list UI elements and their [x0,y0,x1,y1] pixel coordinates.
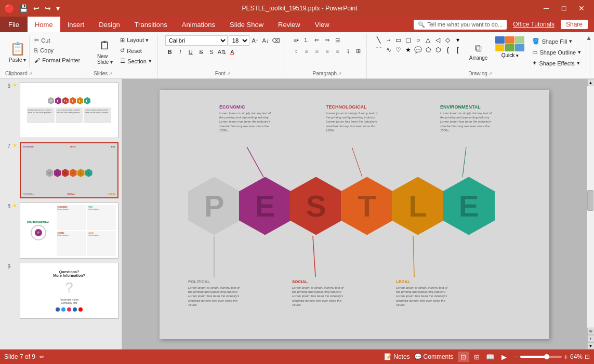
clipboard-expand-icon[interactable]: ↗ [29,71,33,76]
decrease-font-button[interactable]: A↓ [261,36,270,45]
tab-insert[interactable]: Insert [60,17,92,32]
shape-hexagon[interactable]: ⬡ [433,45,443,55]
notes-button[interactable]: 📝 Notes [384,353,410,360]
scroll-thumb[interactable] [587,190,593,211]
tab-review[interactable]: Review [271,17,308,32]
copy-button[interactable]: ⎘ Copy [32,46,83,55]
scroll-down-button[interactable]: ▼ [587,342,595,349]
new-slide-button[interactable]: 🗒 NewSlide ▾ [94,35,116,69]
bullets-button[interactable]: ≡• [292,35,301,45]
tab-home[interactable]: Home [28,17,60,32]
shape-star[interactable]: ★ [404,45,413,55]
undo-button[interactable]: ↩ [32,3,41,14]
shape-rect[interactable]: ▭ [394,35,403,45]
scroll-up-button[interactable]: ▲ [587,79,595,86]
paragraph-expand-icon[interactable]: ↗ [338,71,342,76]
font-name-selector[interactable]: Calibri [165,35,228,46]
shape-fill-button[interactable]: 🪣 Shape Fill ▾ [529,36,585,46]
shape-bracket[interactable]: [ [453,45,463,55]
decrease-indent-button[interactable]: ⇐ [312,35,322,45]
numbering-button[interactable]: 1. [302,35,311,45]
arrange-button[interactable]: ⧉ Arrange [466,35,492,69]
font-expand-icon[interactable]: ↗ [227,71,231,76]
file-menu[interactable]: File [0,17,28,32]
font-color-button[interactable]: A [228,47,237,57]
shape-more[interactable]: ▾ [453,35,463,45]
save-button[interactable]: 💾 [18,3,30,14]
format-painter-button[interactable]: 🖌 Format Painter [32,56,83,65]
shape-heart[interactable]: ♡ [394,45,403,55]
bold-button[interactable]: B [165,47,175,57]
convert-to-smart-art-button[interactable]: ⊞ [354,46,363,56]
close-button[interactable]: ✕ [573,0,590,17]
tab-slideshow[interactable]: Slide Show [222,17,271,32]
reading-view-button[interactable]: 📖 [485,352,496,362]
tab-animations[interactable]: Animations [175,17,222,32]
underline-button[interactable]: U [186,47,195,57]
shape-pentagon[interactable]: ⬠ [424,45,433,55]
shape-freeform[interactable]: ∿ [384,45,393,55]
layout-button[interactable]: ⊞ Layout ▾ [117,35,154,45]
columns-button[interactable]: ⊟ [333,35,342,45]
drawing-expand-icon[interactable]: ↗ [489,71,493,76]
cut-button[interactable]: ✂ Cut [32,35,83,45]
align-right-button[interactable]: ≡ [323,46,332,56]
scroll-track[interactable] [587,86,594,328]
shape-diamond[interactable]: ◇ [443,35,453,45]
zoom-slider[interactable] [520,356,562,358]
share-button[interactable]: Share [561,20,588,29]
shape-outline-button[interactable]: ▭ Shape Outline ▾ [529,47,585,57]
font-size-selector[interactable]: 18 [229,35,249,46]
tab-transitions[interactable]: Transitions [127,17,175,32]
fit-slide-button[interactable]: ⊡ [585,353,590,360]
zoom-in-button[interactable]: + [564,353,568,361]
slides-expand-icon[interactable]: ↗ [109,71,113,76]
tab-view[interactable]: View [308,17,337,32]
align-left-button[interactable]: ≡ [302,46,311,56]
office-tutorials-link[interactable]: Office Tutorials [513,21,555,28]
ribbon-collapse-button[interactable]: ▲ [586,34,592,42]
slide-sorter-button[interactable]: ⊞ [471,352,483,362]
shadow-button[interactable]: S [207,47,216,57]
slide-thumb-6[interactable]: 6 ★ P E S T L E Lorem ipsum text content… [2,81,120,139]
minimize-button[interactable]: ─ [538,0,555,17]
normal-view-button[interactable]: ⊡ [458,352,469,362]
increase-indent-button[interactable]: ⇒ [323,35,332,45]
text-direction-button[interactable]: ⤵ [344,46,353,56]
strikethrough-button[interactable]: S [196,47,206,57]
justify-button[interactable]: ≡ [333,46,342,56]
reset-button[interactable]: ↺ Reset [117,46,154,56]
customize-button[interactable]: ▾ [55,3,61,14]
slideshow-button[interactable]: ▶ [498,352,510,362]
maximize-button[interactable]: □ [556,0,572,17]
zoom-fit-button[interactable]: ⊞ [587,328,595,335]
slide-thumb-8[interactable]: 8 ★ ENVIRONMENTAL P ECONOMICLorem ipsum.… [2,201,120,260]
tab-design[interactable]: Design [91,17,127,32]
slide-thumb-7[interactable]: 7 ★ P E S T L E [2,141,120,199]
zoom-in-small-button[interactable]: + [587,335,595,342]
shape-line[interactable]: ╲ [374,35,384,45]
redo-button[interactable]: ↪ [43,3,52,14]
align-center-button[interactable]: ≡ [312,46,322,56]
comments-button[interactable]: 💬 Comments [414,353,454,360]
shape-rtriangle[interactable]: ◁ [433,35,443,45]
shape-arrow[interactable]: → [384,35,393,45]
shape-effects-button[interactable]: ✦ Shape Effects ▾ [529,58,585,68]
shape-rounded-rect[interactable]: ▢ [404,35,413,45]
shape-callout[interactable]: 💬 [414,45,423,55]
shape-oval[interactable]: ○ [414,35,423,45]
clear-format-button[interactable]: ⌫ [271,36,281,45]
zoom-out-button[interactable]: − [514,353,518,361]
line-spacing-button[interactable]: ↕ [292,46,301,56]
shape-brace[interactable]: { [443,45,453,55]
slide-canvas[interactable]: ECONOMIC Lorem Ipsum is simply dummy tex… [160,90,549,339]
character-spacing-button[interactable]: A⇅ [217,47,227,57]
slide-thumb-9[interactable]: 9 Questions?More Information? ? Presente… [2,262,120,320]
shape-curve[interactable]: ⌒ [374,45,384,55]
section-button[interactable]: ☰ Section ▾ [117,56,154,66]
increase-font-button[interactable]: A↑ [250,36,260,45]
italic-button[interactable]: I [176,47,185,57]
paste-button[interactable]: 📋 Paste ▾ [5,35,30,69]
shape-triangle[interactable]: △ [424,35,433,45]
tell-me-input[interactable]: 🔍 Tell me what you want to do... [414,20,507,30]
